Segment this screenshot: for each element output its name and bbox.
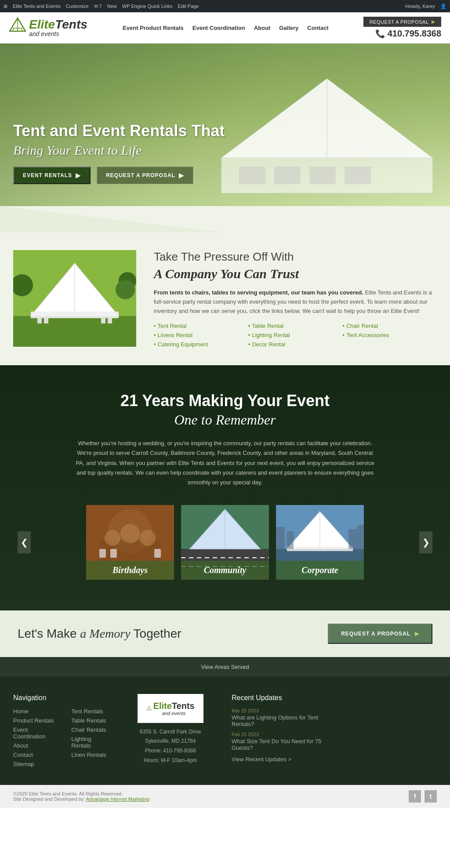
- footer-nav-columns: Home Product Rentals Event Coordination …: [13, 708, 109, 767]
- nav-contact[interactable]: Contact: [307, 25, 328, 31]
- footer-update-1-link[interactable]: What are Lighting Options for Tent Renta…: [232, 714, 328, 727]
- footer-contact-link[interactable]: Contact: [13, 752, 58, 758]
- footer-chair-rentals-link[interactable]: Chair Rentals: [71, 726, 109, 733]
- community-card[interactable]: Community: [181, 505, 269, 580]
- bottom-bar: ©2020 Elite Tents and Events. All Rights…: [0, 785, 450, 808]
- request-proposal-button[interactable]: REQUEST A PROPOSAL ▶: [363, 17, 441, 27]
- site-header: EliteTents and events Event Product Rent…: [0, 12, 450, 44]
- memory-text: Let's Make a Memory Together: [18, 627, 181, 641]
- logo-text: EliteTents and events: [29, 18, 87, 37]
- footer-table-rentals-link[interactable]: Table Rentals: [71, 717, 109, 724]
- dark-description: Whether you're hosting a wedding, or you…: [76, 439, 374, 487]
- hero-content: Tent and Event Rentals That Bring Your E…: [0, 121, 238, 197]
- logo-area[interactable]: EliteTents and events: [9, 17, 88, 38]
- triangle-divider: [0, 206, 450, 232]
- edit-page[interactable]: Edit Page: [178, 4, 199, 9]
- view-updates-link[interactable]: View Recent Updates >: [232, 756, 291, 763]
- hero-tent-visual: [204, 70, 450, 202]
- lighting-rental-link[interactable]: Lighting Rental: [248, 332, 343, 338]
- svg-rect-18: [37, 318, 42, 323]
- footer-nav-title: Navigation: [13, 694, 109, 702]
- hero-buttons: EVENT RENTALS ▶ REQUEST A PROPOSAL ▶: [13, 167, 225, 184]
- facebook-icon[interactable]: f: [409, 790, 421, 803]
- svg-rect-30: [154, 549, 161, 558]
- site-name[interactable]: Elite Tents and Events: [13, 4, 61, 9]
- svg-rect-6: [239, 167, 265, 184]
- footer-lighting-rentals-link[interactable]: Lighting Rentals: [71, 736, 109, 749]
- carousel-arrow-right[interactable]: ❯: [419, 531, 432, 553]
- nav-about[interactable]: About: [254, 25, 271, 31]
- footer-tent-rentals-link[interactable]: Tent Rentals: [71, 708, 109, 715]
- copyright-area: ©2020 Elite Tents and Events. All Rights…: [13, 791, 149, 802]
- social-icons: f t: [409, 790, 437, 803]
- decor-rental-link[interactable]: Decor Rental: [248, 341, 343, 348]
- svg-rect-29: [110, 549, 117, 558]
- tent-rental-link[interactable]: Tent Rental: [154, 323, 248, 329]
- footer-about-link[interactable]: About: [13, 742, 58, 749]
- birthdays-label: Birthdays: [86, 561, 174, 580]
- twitter-icon[interactable]: t: [425, 790, 437, 803]
- footer-spacer: [341, 694, 437, 767]
- linens-rental-link[interactable]: Linens Rental: [154, 332, 248, 338]
- comments-count[interactable]: ✉ 7: [94, 4, 102, 9]
- logo-tent-icon: [9, 17, 26, 38]
- footer-address: 6355 S. Carroll Park Drive Sykesville, M…: [140, 727, 201, 765]
- svg-point-27: [140, 530, 156, 546]
- quick-links[interactable]: WP Engine Quick Links: [122, 4, 173, 9]
- footer-updates-section: Recent Updates Mar 15 2023 What are Ligh…: [232, 694, 328, 767]
- nav-event-coordination[interactable]: Event Coordination: [192, 25, 245, 31]
- nav-event-product-rentals[interactable]: Event Product Rentals: [123, 25, 184, 31]
- customize-link[interactable]: Customize: [66, 4, 89, 9]
- svg-rect-9: [345, 167, 371, 184]
- about-title: Take The Pressure Off With: [154, 250, 437, 264]
- svg-rect-28: [99, 549, 106, 558]
- footer-logo-text: EliteTents: [153, 701, 195, 711]
- chair-rental-link[interactable]: Chair Rental: [342, 323, 437, 329]
- svg-rect-8: [309, 167, 336, 184]
- footer-update-2-link[interactable]: What Size Tent Do You Need for 75 Guests…: [232, 738, 328, 751]
- tent-accessories-link[interactable]: Tent Accessories: [342, 332, 437, 338]
- birthdays-card[interactable]: Birthdays: [86, 505, 174, 580]
- dark-section-content: 21 Years Making Your Event One to Rememb…: [13, 392, 437, 579]
- svg-point-25: [105, 530, 120, 546]
- user-avatar-icon: 👤: [440, 4, 446, 9]
- footer-update-1: Mar 15 2023 What are Lighting Options fo…: [232, 708, 328, 727]
- hero-subtitle: Bring Your Event to Life: [13, 143, 225, 158]
- agency-link[interactable]: Advantage Internet Marketing: [86, 796, 149, 802]
- footer-nav-col2: Tent Rentals Table Rentals Chair Rentals…: [71, 708, 109, 767]
- footer-linen-rentals-link[interactable]: Linen Rentals: [71, 752, 109, 758]
- hero-request-proposal-button[interactable]: REQUEST A PROPOSAL ▶: [97, 167, 193, 184]
- new-link[interactable]: New: [107, 4, 117, 9]
- svg-rect-45: [287, 531, 294, 549]
- footer-product-rentals-link[interactable]: Product Rentals: [13, 717, 58, 724]
- memory-request-proposal-button[interactable]: REQUEST A PROPOSAL ▶: [328, 624, 432, 644]
- svg-rect-19: [44, 318, 48, 323]
- view-areas-served-link[interactable]: View Areas Served: [201, 664, 249, 670]
- tent-scene: [13, 250, 136, 347]
- about-links: Tent Rental Table Rental Chair Rental Li…: [154, 323, 437, 348]
- footer-event-coordination-link[interactable]: Event Coordination: [13, 726, 58, 740]
- copyright-text: ©2020 Elite Tents and Events. All Rights…: [13, 791, 149, 796]
- carousel-arrow-left[interactable]: ❮: [18, 531, 31, 553]
- nav-gallery[interactable]: Gallery: [279, 25, 298, 31]
- hero-title: Tent and Event Rentals That: [13, 121, 225, 140]
- wp-logo: ⊞: [4, 4, 7, 9]
- footer-nav-section: Navigation Home Product Rentals Event Co…: [13, 694, 109, 767]
- dark-subtitle: One to Remember: [13, 412, 437, 428]
- footer-nav-col1: Home Product Rentals Event Coordination …: [13, 708, 58, 767]
- footer-logo-area: EliteTents and events 6355 S. Carroll Pa…: [123, 694, 219, 767]
- svg-rect-11: [13, 316, 136, 347]
- catering-equipment-link[interactable]: Catering Equipment: [154, 341, 248, 348]
- table-rental-link[interactable]: Table Rental: [248, 323, 343, 329]
- phone-number[interactable]: 410.795.8368: [388, 29, 441, 39]
- footer-sitemap-link[interactable]: Sitemap: [13, 761, 58, 767]
- footer-update-2: Feb 15 2023 What Size Tent Do You Need f…: [232, 732, 328, 751]
- corporate-card[interactable]: Corporate: [276, 505, 364, 580]
- footer-update-2-date: Feb 15 2023: [232, 732, 328, 737]
- event-rentals-button[interactable]: EVENT RENTALS ▶: [13, 167, 91, 184]
- svg-rect-47: [357, 525, 364, 549]
- footer-logo-box: EliteTents and events: [138, 694, 203, 723]
- footer-home-link[interactable]: Home: [13, 708, 58, 715]
- community-label: Community: [181, 561, 269, 580]
- footer-logo-tent-icon: [146, 702, 152, 715]
